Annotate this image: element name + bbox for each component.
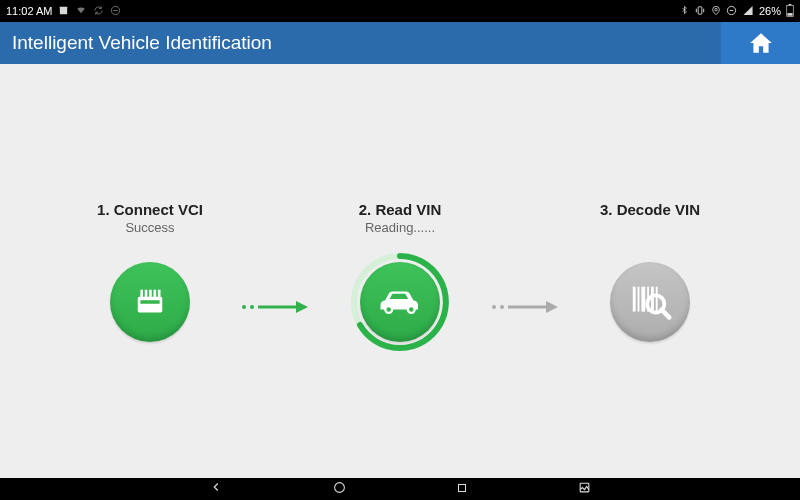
vci-connector-icon (129, 281, 171, 323)
svg-rect-30 (633, 286, 636, 311)
step-decode-vin: 3. Decode VIN (560, 201, 740, 352)
svg-rect-31 (638, 286, 640, 311)
svg-rect-0 (60, 6, 67, 13)
svg-rect-12 (138, 296, 163, 312)
battery-icon (786, 4, 794, 19)
svg-rect-10 (789, 4, 792, 5)
bluetooth-icon (680, 4, 689, 18)
svg-point-28 (500, 305, 504, 309)
nav-home-button[interactable] (333, 480, 346, 498)
android-nav-bar (0, 478, 800, 500)
location-icon (711, 5, 721, 18)
main-content: 1. Connect VCI Success (0, 64, 800, 478)
square-icon (456, 482, 468, 494)
svg-rect-34 (651, 286, 654, 311)
page-title: Intelligent Vehicle Identification (12, 32, 272, 54)
signal-icon (742, 5, 754, 18)
barcode-search-icon (627, 279, 673, 325)
app-title-bar: Intelligent Vehicle Identification (0, 22, 800, 64)
svg-rect-3 (698, 6, 702, 13)
home-button[interactable] (720, 22, 800, 64)
step-connect-vci: 1. Connect VCI Success (60, 201, 240, 352)
step1-status: Success (125, 220, 174, 236)
status-left: 11:02 AM (6, 5, 121, 18)
nav-screenshot-button[interactable] (578, 480, 591, 498)
nav-recent-button[interactable] (456, 480, 468, 498)
step3-circle (600, 252, 700, 352)
svg-point-38 (335, 483, 345, 493)
status-time: 11:02 AM (6, 5, 52, 17)
svg-point-19 (242, 305, 246, 309)
status-right: 26% (680, 4, 794, 19)
svg-rect-14 (145, 289, 148, 297)
progress-ring-icon (350, 252, 450, 352)
svg-rect-15 (149, 289, 152, 297)
svg-point-27 (492, 305, 496, 309)
arrow-right-icon (240, 299, 310, 315)
battery-pct: 26% (759, 5, 781, 17)
step3-title: 3. Decode VIN (600, 201, 700, 218)
svg-rect-32 (641, 286, 645, 311)
sync-icon (93, 5, 104, 18)
step2-status: Reading...... (365, 220, 435, 236)
arrow-1 (240, 299, 310, 315)
step2-title: 2. Read VIN (359, 201, 442, 218)
step2-circle (350, 252, 450, 352)
svg-rect-35 (656, 286, 658, 311)
vibrate-icon (694, 5, 706, 18)
wifi-icon (75, 5, 87, 17)
screenshot-icon (58, 5, 69, 18)
circle-icon (333, 481, 346, 494)
svg-rect-13 (140, 289, 143, 297)
image-icon (578, 481, 591, 494)
arrow-2 (490, 299, 560, 315)
android-status-bar: 11:02 AM 26% (0, 0, 800, 22)
arrow-right-icon (490, 299, 560, 315)
home-icon (748, 30, 774, 56)
step1-circle (100, 252, 200, 352)
step-row: 1. Connect VCI Success (60, 201, 740, 352)
svg-rect-17 (158, 289, 161, 297)
svg-point-6 (715, 8, 718, 10)
step-read-vin: 2. Read VIN Reading...... (310, 201, 490, 352)
svg-rect-16 (154, 289, 157, 297)
svg-rect-18 (140, 300, 159, 304)
step1-title: 1. Connect VCI (97, 201, 203, 218)
dnd-icon (110, 5, 121, 18)
svg-rect-11 (787, 13, 792, 16)
nav-back-button[interactable] (209, 480, 223, 498)
svg-point-20 (250, 305, 254, 309)
svg-line-37 (662, 309, 670, 317)
rotate-lock-icon (726, 5, 737, 18)
svg-rect-39 (459, 485, 466, 492)
chevron-left-icon (209, 480, 223, 494)
